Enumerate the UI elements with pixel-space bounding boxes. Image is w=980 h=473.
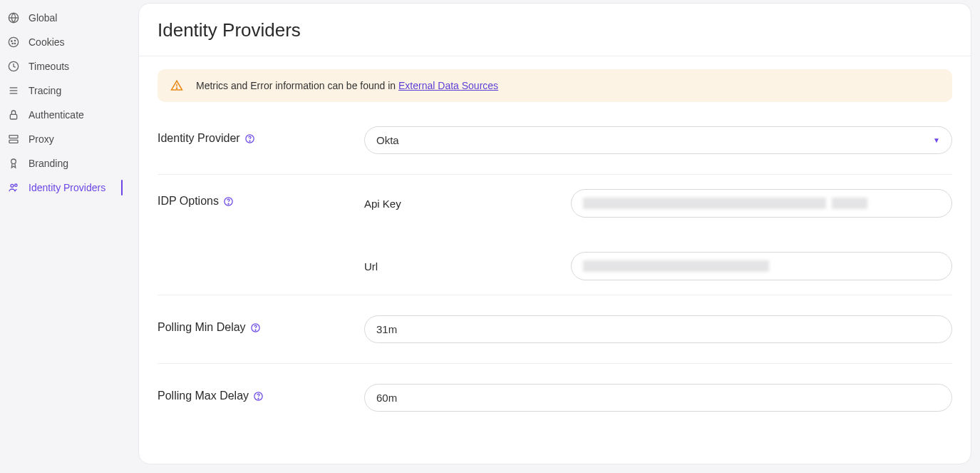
svg-rect-12	[9, 136, 18, 138]
url-label: Url	[364, 260, 571, 273]
clock-icon	[7, 60, 20, 73]
award-icon	[7, 157, 20, 170]
main-content: Identity Providers Metrics and Error inf…	[138, 3, 971, 464]
polling-max-label: Polling Max Delay	[158, 384, 364, 402]
lock-icon	[7, 108, 20, 121]
chevron-down-icon: ▼	[933, 136, 940, 144]
sidebar-item-label: Tracing	[29, 85, 61, 96]
url-input[interactable]	[571, 252, 952, 280]
help-icon[interactable]	[253, 391, 264, 402]
svg-rect-11	[10, 114, 16, 119]
sidebar-item-global[interactable]: Global	[0, 6, 135, 30]
alert-text: Metrics and Error information can be fou…	[196, 80, 498, 91]
page-title: Identity Providers	[139, 4, 971, 56]
svg-point-6	[14, 43, 15, 44]
users-icon	[7, 181, 20, 194]
external-data-sources-link[interactable]: External Data Sources	[398, 80, 498, 91]
info-alert: Metrics and Error information can be fou…	[158, 69, 952, 102]
sidebar-item-label: Cookies	[29, 36, 65, 48]
sidebar-item-timeouts[interactable]: Timeouts	[0, 54, 135, 78]
divider	[158, 295, 952, 295]
sidebar-item-identity-providers[interactable]: Identity Providers	[0, 176, 135, 200]
svg-point-18	[176, 88, 177, 88]
svg-point-2	[9, 37, 18, 46]
globe-icon	[7, 11, 20, 24]
cookie-icon	[7, 36, 20, 49]
svg-point-14	[11, 159, 16, 164]
sidebar-item-label: Branding	[29, 158, 68, 169]
svg-rect-13	[9, 140, 18, 143]
svg-point-26	[258, 398, 259, 399]
sidebar-item-label: Identity Providers	[29, 182, 105, 193]
select-value: Okta	[376, 134, 399, 146]
divider	[158, 174, 952, 175]
polling-max-row: Polling Max Delay	[139, 378, 971, 417]
sidebar-item-cookies[interactable]: Cookies	[0, 30, 135, 54]
polling-min-input[interactable]	[364, 315, 952, 343]
api-key-input[interactable]	[571, 189, 952, 218]
sidebar-item-proxy[interactable]: Proxy	[0, 127, 135, 151]
svg-point-22	[228, 203, 229, 204]
sidebar-item-branding[interactable]: Branding	[0, 151, 135, 176]
api-key-label: Api Key	[364, 198, 571, 210]
sidebar-item-label: Authenticate	[29, 109, 84, 121]
idp-options-row: IDP Options Api Key Url	[139, 189, 971, 280]
help-icon[interactable]	[223, 196, 234, 207]
polling-max-input[interactable]	[364, 384, 952, 412]
sidebar-item-tracing[interactable]: Tracing	[0, 78, 135, 103]
svg-point-24	[255, 330, 256, 330]
sidebar-item-label: Timeouts	[29, 61, 69, 72]
identity-provider-select[interactable]: Okta ▼	[364, 126, 952, 154]
identity-provider-label: Identity Provider	[158, 126, 364, 145]
help-icon[interactable]	[244, 133, 255, 144]
svg-point-4	[14, 40, 15, 41]
svg-point-20	[249, 141, 250, 141]
divider	[158, 363, 952, 364]
sidebar-item-label: Global	[29, 12, 57, 24]
sidebar: Global Cookies Timeouts Tracing Authenti…	[0, 0, 135, 473]
svg-point-15	[11, 184, 14, 187]
svg-point-3	[11, 41, 12, 41]
help-icon[interactable]	[250, 322, 261, 333]
list-icon	[7, 84, 20, 97]
polling-min-label: Polling Min Delay	[158, 315, 364, 334]
sidebar-item-label: Proxy	[29, 133, 54, 145]
polling-min-row: Polling Min Delay	[139, 310, 971, 349]
server-icon	[7, 133, 20, 146]
idp-options-label: IDP Options	[158, 189, 364, 208]
svg-point-16	[15, 184, 17, 186]
svg-point-5	[12, 43, 13, 44]
identity-provider-row: Identity Provider Okta ▼	[139, 121, 971, 160]
sidebar-item-authenticate[interactable]: Authenticate	[0, 103, 135, 127]
warning-icon	[170, 79, 183, 92]
